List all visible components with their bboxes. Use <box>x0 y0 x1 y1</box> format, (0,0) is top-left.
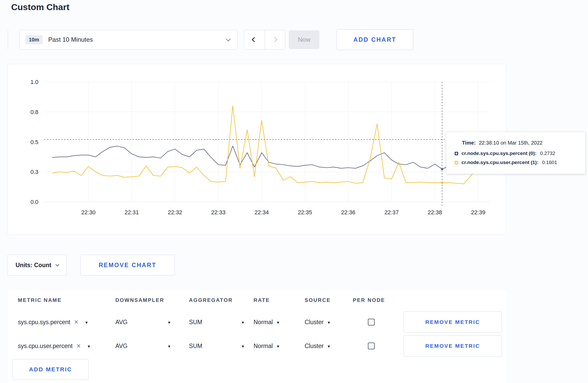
table-row: sys.cpu.sys.percent × ▼ AVG ▼ SUM ▼ Norm… <box>8 310 506 334</box>
caret-down-icon: ▼ <box>276 320 280 325</box>
page-title: Custom Chart <box>11 2 69 12</box>
x-axis-label: 22:35 <box>298 209 312 216</box>
x-axis-label: 22:34 <box>255 209 269 216</box>
hover-point <box>441 168 443 170</box>
caret-down-icon: ▼ <box>241 320 245 325</box>
metric-name-value: sys.cpu.user.percent <box>18 343 73 350</box>
tooltip-series-name: cr.node.sys.cpu.sys.percent (0): <box>461 151 536 156</box>
time-back-button[interactable] <box>244 30 265 49</box>
x-axis-label: 22:31 <box>125 209 139 216</box>
hover-point <box>441 181 443 184</box>
series-swatch-icon <box>455 161 458 164</box>
downsampler-value: AVG <box>115 343 128 350</box>
header-rate: RATE <box>254 297 270 303</box>
caret-down-icon: ▼ <box>241 344 245 349</box>
metric-name-select[interactable]: sys.cpu.user.percent × ▼ <box>18 342 91 350</box>
tooltip-series-value: 0.2732 <box>540 151 555 156</box>
time-range-badge: 10m <box>25 35 43 44</box>
metrics-table-header: METRIC NAME DOWNSAMPLER AGGREGATOR RATE … <box>8 290 506 310</box>
x-axis-label: 22:39 <box>471 209 485 216</box>
rate-select[interactable]: Normal ▼ <box>254 343 280 350</box>
header-source: SOURCE <box>305 297 331 303</box>
y-axis-label: 0.8 <box>30 109 38 115</box>
source-value: Cluster <box>305 343 324 350</box>
tooltip-series-row: cr.node.sys.cpu.sys.percent (0): 0.2732 <box>455 151 577 156</box>
aggregator-value: SUM <box>189 343 202 350</box>
remove-metric-button[interactable]: REMOVE METRIC <box>403 311 502 333</box>
tooltip-time-label: Time: <box>462 140 476 146</box>
remove-x-icon[interactable]: × <box>76 342 81 350</box>
add-chart-button[interactable]: ADD CHART <box>337 29 413 50</box>
rate-value: Normal <box>254 319 273 326</box>
downsampler-select[interactable]: AVG ▼ <box>115 343 171 350</box>
x-axis-label: 22:30 <box>81 209 95 216</box>
rate-select[interactable]: Normal ▼ <box>254 319 280 326</box>
caret-down-icon: ▼ <box>327 344 331 349</box>
time-range-label: Past 10 Minutes <box>48 36 93 43</box>
custom-chart-page: Custom Chart 10m Past 10 Minutes Now ADD… <box>0 0 588 383</box>
x-axis-label: 22:37 <box>384 209 399 216</box>
tooltip-series-row: cr.node.sys.cpu.user.percent (1): 0.1601 <box>455 160 577 165</box>
aggregator-value: SUM <box>189 319 202 326</box>
remove-metric-button[interactable]: REMOVE METRIC <box>403 335 502 357</box>
header-per-node: PER NODE <box>353 297 385 303</box>
source-value: Cluster <box>305 319 324 326</box>
tooltip-series-name: cr.node.sys.cpu.user.percent (1): <box>461 160 538 165</box>
time-range-select[interactable]: 10m Past 10 Minutes <box>19 30 237 49</box>
y-axis-label: 0.5 <box>30 139 38 145</box>
toolbar-divider <box>8 30 8 49</box>
y-axis-label: 1.0 <box>30 79 38 85</box>
units-label: Units: Count <box>16 262 51 269</box>
time-forward-button[interactable] <box>264 30 285 49</box>
x-axis-label: 22:33 <box>211 209 226 216</box>
y-axis-label: 0.3 <box>30 169 38 175</box>
per-node-checkbox[interactable] <box>368 343 375 349</box>
tooltip-series-value: 0.1601 <box>542 160 557 165</box>
caret-down-icon: ▼ <box>85 320 88 325</box>
caret-down-icon: ▼ <box>167 320 171 325</box>
tooltip-time-value: 22:38:10 on Mar 15th, 2022 <box>479 140 543 146</box>
chevron-left-icon <box>252 37 257 42</box>
caret-down-icon: ▼ <box>167 344 171 349</box>
remove-x-icon[interactable]: × <box>74 318 78 326</box>
downsampler-value: AVG <box>115 319 128 326</box>
source-select[interactable]: Cluster ▼ <box>305 343 331 350</box>
caret-down-icon: ▼ <box>327 320 331 325</box>
aggregator-select[interactable]: SUM ▼ <box>189 319 245 326</box>
rate-value: Normal <box>254 343 273 350</box>
x-axis-label: 22:36 <box>341 209 355 216</box>
header-metric-name: METRIC NAME <box>18 297 62 303</box>
downsampler-select[interactable]: AVG ▼ <box>115 319 171 326</box>
now-button[interactable]: Now <box>289 30 319 49</box>
header-downsampler: DOWNSAMPLER <box>115 297 164 303</box>
metric-name-select[interactable]: sys.cpu.sys.percent × ▼ <box>18 318 88 326</box>
metrics-table: METRIC NAME DOWNSAMPLER AGGREGATOR RATE … <box>8 290 506 383</box>
chart-tooltip: Time: 22:38:10 on Mar 15th, 2022 cr.node… <box>446 132 585 174</box>
chevron-right-icon <box>272 37 277 42</box>
y-axis-label: 0.0 <box>30 199 38 205</box>
header-aggregator: AGGREGATOR <box>189 297 233 303</box>
metrics-chart[interactable]: 0.00.30.50.81.022:3022:3122:3222:3322:34… <box>8 64 507 235</box>
x-axis-label: 22:38 <box>428 209 442 216</box>
series-line <box>52 106 478 184</box>
chart-card: 0.00.30.50.81.022:3022:3122:3222:3322:34… <box>8 64 506 235</box>
remove-chart-button[interactable]: REMOVE CHART <box>80 255 175 275</box>
per-node-checkbox[interactable] <box>368 319 375 325</box>
chevron-down-icon <box>55 263 59 266</box>
aggregator-select[interactable]: SUM ▼ <box>189 343 245 350</box>
series-line <box>52 146 478 169</box>
tooltip-time-row: Time: 22:38:10 on Mar 15th, 2022 <box>462 140 577 146</box>
time-nav-group <box>244 30 285 49</box>
series-swatch-icon <box>455 152 458 155</box>
caret-down-icon: ▼ <box>87 344 91 349</box>
table-row: sys.cpu.user.percent × ▼ AVG ▼ SUM ▼ Nor… <box>8 334 506 358</box>
units-select[interactable]: Units: Count <box>8 255 67 275</box>
chevron-down-icon <box>226 37 230 41</box>
source-select[interactable]: Cluster ▼ <box>305 319 331 326</box>
caret-down-icon: ▼ <box>276 344 280 349</box>
add-metric-button[interactable]: ADD METRIC <box>12 359 89 380</box>
metric-name-value: sys.cpu.sys.percent <box>18 319 70 326</box>
x-axis-label: 22:32 <box>168 209 182 216</box>
